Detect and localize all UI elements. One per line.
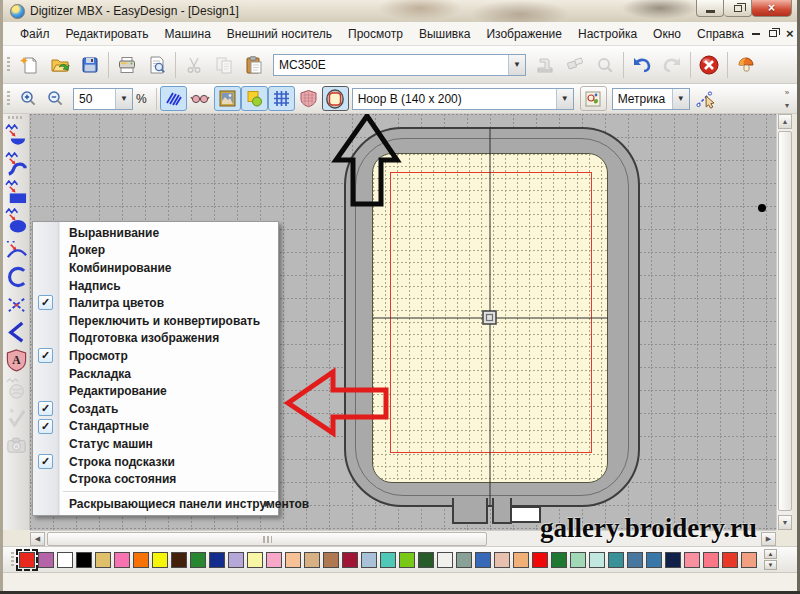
undo-button[interactable] bbox=[627, 50, 657, 80]
palette-color-25[interactable] bbox=[475, 552, 491, 568]
photo-tool[interactable] bbox=[4, 430, 29, 458]
context-menu-item[interactable]: Выравнивание bbox=[33, 224, 278, 242]
show-stitches-toggle[interactable] bbox=[160, 86, 187, 111]
palette-color-29[interactable] bbox=[551, 552, 567, 568]
palette-color-15[interactable] bbox=[285, 552, 301, 568]
design-search-button[interactable] bbox=[590, 50, 620, 80]
digitize-ellipse-tool[interactable] bbox=[4, 206, 29, 234]
context-menu-item[interactable]: Раскладка bbox=[33, 365, 278, 383]
palette-color-28[interactable] bbox=[532, 552, 548, 568]
hoop-select[interactable]: Hoop B (140 x 200) ▼ bbox=[352, 88, 574, 110]
context-menu-item[interactable]: Строка состояния bbox=[33, 470, 278, 488]
palette-up-button[interactable]: ▲ bbox=[764, 549, 777, 559]
title-bar[interactable]: Digitizer MBX - EasyDesign - [Design1] × bbox=[0, 0, 800, 22]
show-picture-toggle[interactable] bbox=[214, 86, 241, 111]
palette-color-12[interactable] bbox=[228, 552, 244, 568]
menu-item-Вышивка[interactable]: Вышивка bbox=[411, 23, 479, 45]
palette-color-18[interactable] bbox=[342, 552, 358, 568]
palette-color-22[interactable] bbox=[418, 552, 434, 568]
digitize-open-curve-tool[interactable] bbox=[4, 234, 29, 262]
palette-color-5[interactable] bbox=[95, 552, 111, 568]
context-menu-item[interactable]: Надпись bbox=[33, 277, 278, 295]
mdi-close-button[interactable]: × bbox=[786, 27, 794, 40]
menu-item-Справка[interactable]: Справка bbox=[689, 23, 752, 45]
palette-color-37[interactable] bbox=[703, 552, 719, 568]
palette-color-6[interactable] bbox=[114, 552, 130, 568]
palette-color-24[interactable] bbox=[456, 552, 472, 568]
mdi-restore-button[interactable] bbox=[769, 30, 777, 37]
hoop-center-marker[interactable] bbox=[483, 311, 496, 324]
units-select[interactable]: Метрика ▼ bbox=[612, 88, 690, 110]
scroll-down-button[interactable]: ▼ bbox=[778, 515, 792, 530]
palette-spinner[interactable]: ▲ ▼ bbox=[764, 549, 777, 570]
palette-color-35[interactable] bbox=[665, 552, 681, 568]
scroll-right-button[interactable]: ▶ bbox=[761, 532, 776, 546]
select-reshape-tool[interactable] bbox=[4, 318, 29, 346]
restore-button[interactable] bbox=[724, 0, 752, 17]
stitch-tool[interactable] bbox=[4, 374, 29, 402]
toolbar-overflow-button[interactable]: »▾ bbox=[781, 86, 793, 112]
show-objects-toggle[interactable] bbox=[241, 86, 268, 111]
close-design-button[interactable] bbox=[694, 50, 724, 80]
menu-item-Файл[interactable]: Файл bbox=[12, 23, 58, 45]
context-menu-item[interactable]: ✓Просмотр bbox=[33, 347, 278, 365]
close-button[interactable]: × bbox=[752, 0, 792, 17]
save-design-button[interactable] bbox=[75, 50, 105, 80]
context-menu-item[interactable]: Подготовка изображения bbox=[33, 330, 278, 348]
dropdown-arrow-icon[interactable]: ▼ bbox=[115, 89, 132, 109]
palette-color-21[interactable] bbox=[399, 552, 415, 568]
menu-item-Редактировать[interactable]: Редактировать bbox=[58, 23, 157, 45]
context-menu-item[interactable]: ✓Создать bbox=[33, 400, 278, 418]
redo-button[interactable] bbox=[657, 50, 687, 80]
palette-color-3[interactable] bbox=[57, 552, 73, 568]
vertical-scroll-thumb[interactable] bbox=[778, 131, 792, 511]
palette-color-17[interactable] bbox=[323, 552, 339, 568]
dropdown-arrow-icon[interactable]: ▼ bbox=[508, 55, 525, 75]
show-hoop-template-toggle[interactable] bbox=[295, 86, 322, 111]
copy-button[interactable] bbox=[209, 50, 239, 80]
write-to-card-button[interactable] bbox=[560, 50, 590, 80]
show-grid-toggle[interactable] bbox=[268, 86, 295, 111]
toolbar-grip[interactable] bbox=[11, 552, 14, 568]
palette-color-26[interactable] bbox=[494, 552, 510, 568]
context-menu-item[interactable]: Статус машин bbox=[33, 435, 278, 453]
toolbar-grip[interactable] bbox=[7, 57, 10, 73]
context-menu-item[interactable]: Редактирование bbox=[33, 382, 278, 400]
palette-color-20[interactable] bbox=[380, 552, 396, 568]
reshape-button[interactable] bbox=[694, 86, 721, 111]
toolbar-grip[interactable] bbox=[8, 116, 24, 119]
dropdown-arrow-icon[interactable]: ▼ bbox=[672, 89, 689, 109]
palette-color-30[interactable] bbox=[570, 552, 586, 568]
menu-item-Просмотр[interactable]: Просмотр bbox=[340, 23, 411, 45]
new-design-button[interactable] bbox=[15, 50, 45, 80]
palette-color-4[interactable] bbox=[76, 552, 92, 568]
menu-item-Настройка[interactable]: Настройка bbox=[570, 23, 645, 45]
palette-color-16[interactable] bbox=[304, 552, 320, 568]
print-button[interactable] bbox=[112, 50, 142, 80]
menu-item-Изображение[interactable]: Изображение bbox=[478, 23, 570, 45]
context-menu-item[interactable]: Комбинирование bbox=[33, 259, 278, 277]
palette-color-19[interactable] bbox=[361, 552, 377, 568]
palette-color-13[interactable] bbox=[247, 552, 263, 568]
palette-color-2[interactable] bbox=[38, 552, 54, 568]
open-design-button[interactable] bbox=[45, 50, 75, 80]
digitize-curve-tool[interactable] bbox=[4, 150, 29, 178]
palette-color-32[interactable] bbox=[608, 552, 624, 568]
palette-color-34[interactable] bbox=[646, 552, 662, 568]
mdi-minimize-button[interactable] bbox=[752, 33, 760, 35]
context-menu-item[interactable]: ✓Стандартные bbox=[33, 418, 278, 436]
hoop-layout-button[interactable] bbox=[580, 86, 607, 111]
digitize-rectangle-tool[interactable] bbox=[4, 178, 29, 206]
context-menu-item[interactable]: ✓Палитра цветов bbox=[33, 294, 278, 312]
palette-color-39[interactable] bbox=[741, 552, 757, 568]
palette-color-14[interactable] bbox=[266, 552, 282, 568]
palette-down-button[interactable]: ▼ bbox=[764, 560, 777, 570]
palette-color-1[interactable] bbox=[19, 552, 35, 568]
show-hoop-toggle[interactable] bbox=[322, 86, 349, 111]
context-menu-item[interactable]: Переключить и конвертировать bbox=[33, 312, 278, 330]
palette-color-36[interactable] bbox=[684, 552, 700, 568]
menu-item-Внешний носитель[interactable]: Внешний носитель bbox=[219, 23, 340, 45]
horizontal-scroll-thumb[interactable] bbox=[47, 532, 487, 546]
palette-color-7[interactable] bbox=[133, 552, 149, 568]
minimize-button[interactable] bbox=[696, 0, 724, 17]
